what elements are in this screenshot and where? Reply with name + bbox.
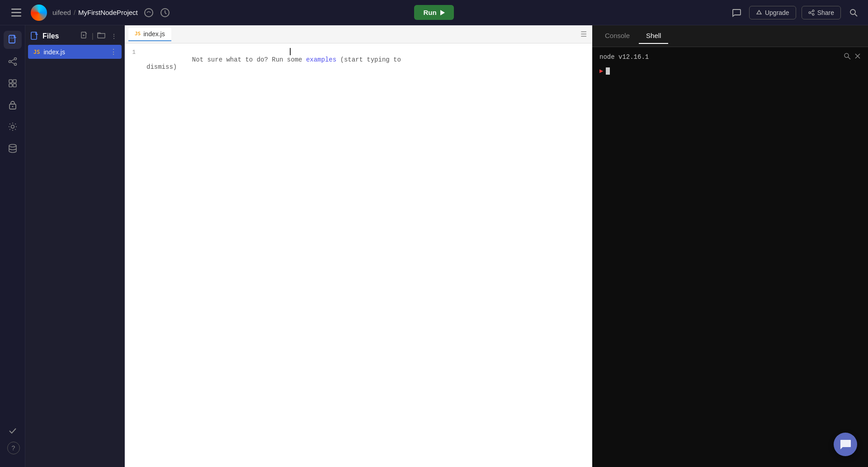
sidebar-item-database[interactable] [4,139,22,157]
svg-rect-21 [9,80,12,83]
console-tabs: Console Shell [592,25,868,47]
svg-line-9 [811,11,812,12]
play-icon [440,10,445,15]
console-tab-label: Console [605,32,630,39]
topbar: uifeed / MyFirstNodeProject Run [0,0,868,25]
topbar-right: Upgrade Share [459,5,861,20]
editor-content[interactable]: 1 Not sure what to do? Run some examples… [125,43,592,467]
packages-icon [8,78,18,88]
terminal-prompt-row: ▶ [599,67,861,75]
terminal-prompt-symbol: ▶ [599,67,603,75]
sidebar-item-secrets[interactable] [4,96,22,114]
chat-fab-button[interactable] [834,433,857,456]
history-icon-button[interactable] [160,7,170,18]
svg-point-6 [812,10,814,12]
file-item-indexjs[interactable]: JS index.js ⋮ [28,45,122,59]
svg-point-16 [14,58,16,60]
editor-area: JS index.js ☰ 1 Not sure what to do? Run… [125,25,592,467]
svg-point-3 [145,9,153,17]
check-icon [8,426,17,435]
tab-js-icon: JS [135,31,141,37]
share2-icon [8,57,17,66]
svg-point-8 [812,14,814,15]
close-icon [854,53,861,59]
node-version-label: node v12.16.1 [599,53,649,61]
svg-point-7 [809,12,811,14]
share-label: Share [817,9,834,16]
new-file-icon [81,32,88,39]
search-button[interactable] [846,5,861,20]
line-text-before: Not sure what to do? Run some [192,56,306,63]
lock-icon [9,100,17,110]
breadcrumb-org[interactable]: uifeed [52,9,71,16]
editor-tabs: JS index.js ☰ [125,25,592,43]
search-icon [849,8,858,17]
editor-tab-indexjs[interactable]: JS index.js [128,28,171,41]
svg-point-18 [14,63,16,66]
sidebar-item-share[interactable] [4,52,22,71]
breadcrumb: uifeed / MyFirstNodeProject [52,9,138,16]
editor-line-1: 1 Not sure what to do? Run some examples… [125,47,592,80]
help-button[interactable]: ? [7,442,20,454]
terminal-header-actions [844,52,861,62]
sidebar-item-files[interactable] [4,31,22,49]
svg-marker-5 [757,10,761,14]
svg-rect-24 [13,84,16,87]
status-icon-button[interactable] [143,7,154,18]
svg-line-20 [11,62,14,64]
terminal-search-button[interactable] [844,52,851,62]
gear-icon [8,122,18,132]
svg-line-10 [811,13,812,14]
file-context-menu-button[interactable]: ⋮ [109,48,118,56]
tab-shell[interactable]: Shell [639,28,668,44]
upgrade-button[interactable]: Upgrade [749,6,796,19]
hamburger-menu-button[interactable] [7,4,25,22]
files-header-actions: | ⋮ [79,31,119,41]
svg-point-11 [850,10,855,14]
sidebar-item-packages[interactable] [4,74,22,92]
svg-rect-1 [11,12,21,13]
new-folder-button[interactable] [95,31,107,41]
status-refresh-icon [144,8,154,18]
chat-icon-button[interactable] [729,5,744,20]
text-cursor [290,48,291,55]
shell-tab-label: Shell [646,32,661,39]
new-file-button[interactable] [79,31,90,41]
tab-console[interactable]: Console [598,28,637,44]
sidebar-icons: ? [0,25,25,467]
topbar-left: uifeed / MyFirstNodeProject [7,4,409,22]
right-panel: Console Shell node v12.16.1 [592,25,868,467]
files-header: Files | ⋮ [25,25,124,45]
share-icon [808,10,815,16]
run-button[interactable]: Run [414,5,453,20]
terminal-input-area[interactable] [606,67,610,75]
terminal-close-button[interactable] [854,53,861,61]
upgrade-icon [756,10,762,16]
database-icon [8,143,17,153]
files-icon [8,35,17,45]
line-keyword-examples: examples [306,56,336,63]
svg-point-26 [12,106,13,107]
files-divider: | [92,32,94,40]
svg-rect-14 [10,37,13,38]
breadcrumb-project[interactable]: MyFirstNodeProject [78,9,138,16]
share-button[interactable]: Share [802,6,841,19]
chat-fab-icon [840,439,851,450]
sidebar-item-settings[interactable] [4,118,22,136]
editor-menu-button[interactable]: ☰ [579,28,589,40]
main-layout: ? Files | [0,25,868,467]
sidebar-item-checkmark[interactable] [4,422,22,440]
js-file-icon: JS [33,49,40,55]
terminal-area[interactable]: node v12.16.1 [592,47,868,467]
more-options-button[interactable]: ⋮ [109,32,119,41]
svg-rect-15 [10,38,14,39]
files-header-icon [31,32,39,41]
svg-point-34 [844,53,849,57]
editor-inner: 1 Not sure what to do? Run some examples… [125,43,592,467]
terminal-search-icon [844,52,851,60]
topbar-center: Run [414,5,453,20]
svg-rect-0 [11,9,21,10]
svg-line-35 [848,57,850,59]
line-number-1: 1 [125,49,143,56]
terminal-cursor [606,67,610,75]
